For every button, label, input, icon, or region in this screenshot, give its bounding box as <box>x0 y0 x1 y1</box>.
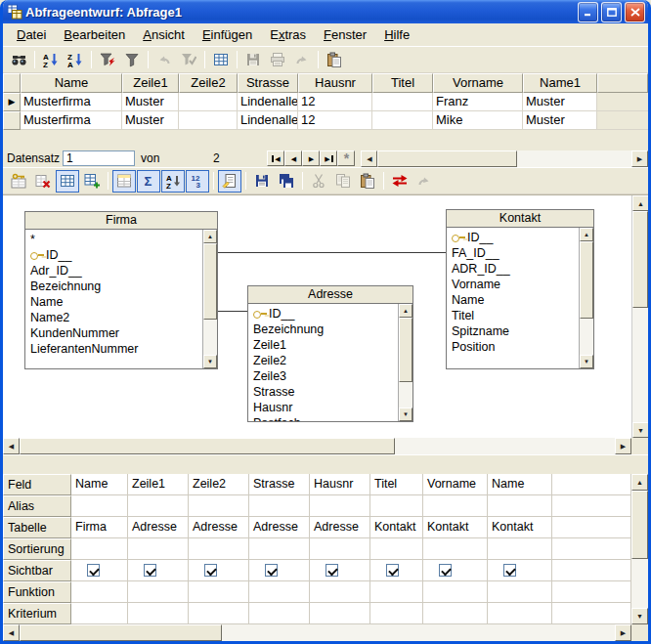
show-tables-button[interactable] <box>112 170 136 193</box>
scroll-thumb[interactable] <box>20 624 222 641</box>
checkbox-checked[interactable] <box>87 564 100 577</box>
field-item[interactable]: Bezeichnung <box>25 279 202 294</box>
checkbox-checked[interactable] <box>204 564 217 577</box>
filter-button[interactable] <box>120 49 144 71</box>
scroll-trough[interactable] <box>377 150 631 167</box>
last-record-button[interactable]: ▶ <box>320 150 337 166</box>
checkbox-checked[interactable] <box>265 564 278 577</box>
field-item[interactable]: Position <box>447 339 579 355</box>
cell-funktion[interactable] <box>423 581 488 603</box>
cell-feld[interactable]: Vorname <box>423 474 488 495</box>
cell-funktion[interactable] <box>128 581 189 603</box>
scroll-thumb[interactable] <box>632 211 648 308</box>
row-selector[interactable] <box>3 111 21 130</box>
cell-feld[interactable]: Titel <box>370 474 423 495</box>
cell-tabelle[interactable]: Kontakt <box>370 517 423 538</box>
cell-tabelle[interactable]: Kontakt <box>488 517 552 538</box>
checkbox-checked[interactable] <box>386 564 399 577</box>
cell-tabelle[interactable]: Adresse <box>249 517 310 538</box>
pane-splitter[interactable] <box>3 454 648 474</box>
cell-name[interactable]: Musterfirma <box>21 111 122 130</box>
cell-funktion[interactable] <box>488 581 552 603</box>
field-item[interactable]: Name <box>25 294 202 310</box>
field-item[interactable]: Vorname <box>447 277 579 292</box>
cell-sichtbar[interactable] <box>488 560 552 581</box>
field-item[interactable]: Name2 <box>25 310 202 325</box>
checkbox-checked[interactable] <box>503 564 516 577</box>
cell-strasse[interactable]: Lindenalle <box>238 111 298 130</box>
cell-hausnr[interactable]: 12 <box>298 111 372 130</box>
menu-item-hilfe[interactable]: Hilfe <box>375 24 418 45</box>
field-item[interactable]: Strasse <box>248 384 398 400</box>
field-item[interactable]: Zeile3 <box>248 368 398 384</box>
previous-record-button[interactable]: ◀ <box>284 150 302 166</box>
field-item[interactable]: Zeile2 <box>248 353 398 368</box>
checkbox-checked[interactable] <box>144 564 156 577</box>
scroll-trough[interactable] <box>203 320 217 355</box>
cell-vorname[interactable]: Mike <box>433 111 523 130</box>
cell-tabelle[interactable]: Kontakt <box>423 517 488 538</box>
design-hscrollbar[interactable]: ◀ ▶ <box>3 438 631 454</box>
save-button[interactable] <box>250 170 274 193</box>
cell-sortierung[interactable] <box>488 538 552 560</box>
scroll-left-button[interactable]: ◀ <box>361 150 377 167</box>
cell-kriterium[interactable] <box>189 603 249 624</box>
cell-feld[interactable]: Hausnr <box>310 474 370 495</box>
field-item[interactable]: Spitzname <box>447 323 579 339</box>
cell-sortierung[interactable] <box>249 538 310 560</box>
cell-zeile2[interactable] <box>179 111 238 130</box>
cell-alias[interactable] <box>488 495 552 517</box>
table-scrollbar[interactable]: ▲▼ <box>202 230 217 368</box>
cell-sichtbar[interactable] <box>71 560 128 581</box>
find-button[interactable] <box>7 49 30 71</box>
menu-item-bearbeiten[interactable]: Bearbeiten <box>55 24 134 45</box>
menu-item-extras[interactable]: Extras <box>261 24 315 45</box>
sort-order-button[interactable]: AZ <box>161 170 185 193</box>
minimize-button[interactable] <box>578 2 598 22</box>
field-item[interactable]: LieferantenNummer <box>25 341 202 357</box>
field-item[interactable]: Name <box>447 292 579 308</box>
cell-alias[interactable] <box>189 495 249 517</box>
scroll-down-button[interactable]: ▼ <box>399 408 412 421</box>
menu-item-einfgen[interactable]: Einfügen <box>194 24 261 45</box>
cell-sortierung[interactable] <box>370 538 423 560</box>
cell-funktion[interactable] <box>249 581 310 603</box>
cell-feld[interactable]: Name <box>488 474 552 495</box>
scroll-right-button[interactable]: ▶ <box>615 624 631 641</box>
column-header-zeile1[interactable]: Zeile1 <box>122 73 179 93</box>
column-header-name[interactable]: Name <box>21 73 122 93</box>
field-item[interactable]: Bezeichnung <box>248 322 398 337</box>
table-box-firma[interactable]: Firma*ID__Adr_ID__BezeichnungNameName2Ku… <box>24 211 218 369</box>
field-item[interactable]: * <box>25 232 202 247</box>
cell-kriterium[interactable] <box>488 603 552 624</box>
cell-vorname[interactable]: Franz <box>433 93 523 111</box>
scroll-trough[interactable] <box>580 319 593 355</box>
next-record-button[interactable]: ▶ <box>302 150 320 166</box>
field-item[interactable]: ADR_ID__ <box>447 261 579 277</box>
grid-view-button[interactable] <box>209 49 233 71</box>
record-number-input[interactable] <box>63 150 135 166</box>
cell-tabelle[interactable]: Adresse <box>310 517 370 538</box>
sort-ascending-button[interactable]: AZ <box>39 49 63 71</box>
scroll-left-button[interactable]: ◀ <box>3 624 20 641</box>
column-header-zeile2[interactable]: Zeile2 <box>179 73 238 93</box>
scroll-up-button[interactable]: ▲ <box>632 195 648 211</box>
cell-alias[interactable] <box>71 495 128 517</box>
close-button[interactable] <box>625 2 645 22</box>
cell-sortierung[interactable] <box>128 538 189 560</box>
table-box-adresse[interactable]: AdresseID__BezeichnungZeile1Zeile2Zeile3… <box>247 285 413 422</box>
cell-alias[interactable] <box>128 495 189 517</box>
cell-alias[interactable] <box>249 495 310 517</box>
add-table-button[interactable] <box>80 170 104 193</box>
cell-name[interactable]: Musterfirma <box>21 93 122 111</box>
table-scrollbar[interactable]: ▲▼ <box>579 228 593 368</box>
cell-feld[interactable]: Zeile2 <box>189 474 249 495</box>
scroll-thumb[interactable] <box>399 318 412 382</box>
scroll-down-button[interactable]: ▼ <box>631 608 648 624</box>
cell-titel[interactable] <box>372 111 433 130</box>
field-item[interactable]: Hausnr <box>248 400 398 415</box>
scroll-trough[interactable] <box>20 438 615 454</box>
scroll-thumb[interactable] <box>580 241 593 319</box>
properties-button[interactable] <box>218 170 241 193</box>
scroll-thumb[interactable] <box>631 491 648 559</box>
